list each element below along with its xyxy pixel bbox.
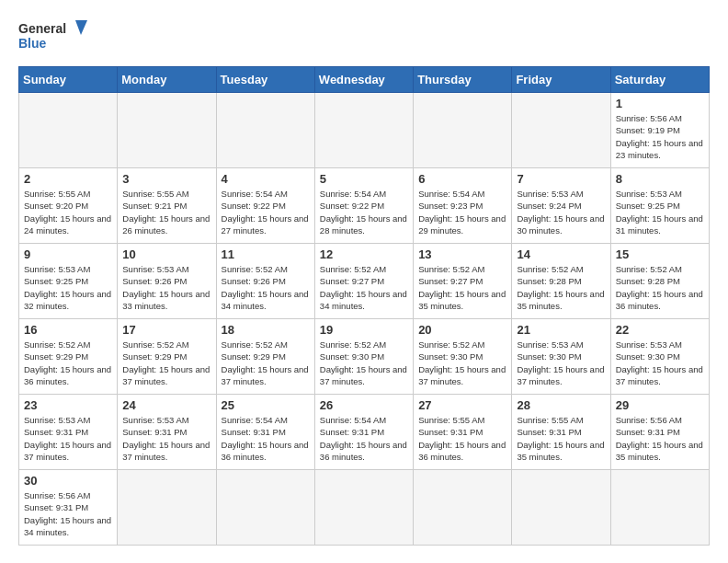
week-row-0: 1Sunrise: 5:56 AM Sunset: 9:19 PM Daylig… [19, 93, 710, 168]
logo: General Blue [18, 18, 92, 57]
day-info: Sunrise: 5:53 AM Sunset: 9:31 PM Dayligh… [122, 414, 210, 463]
day-number: 17 [122, 323, 210, 337]
day-number: 19 [320, 323, 408, 337]
day-number: 12 [320, 247, 408, 261]
calendar-cell: 24Sunrise: 5:53 AM Sunset: 9:31 PM Dayli… [118, 395, 216, 470]
day-number: 29 [616, 398, 704, 412]
day-info: Sunrise: 5:54 AM Sunset: 9:22 PM Dayligh… [222, 188, 310, 236]
calendar-cell [314, 470, 413, 546]
week-row-5: 30Sunrise: 5:56 AM Sunset: 9:31 PM Dayli… [19, 470, 710, 546]
calendar-header-monday: Monday [118, 67, 216, 93]
day-number: 18 [222, 323, 310, 337]
calendar-cell: 28Sunrise: 5:55 AM Sunset: 9:31 PM Dayli… [512, 395, 610, 470]
day-info: Sunrise: 5:52 AM Sunset: 9:27 PM Dayligh… [320, 263, 408, 312]
calendar-cell: 12Sunrise: 5:52 AM Sunset: 9:27 PM Dayli… [314, 244, 413, 319]
day-number: 2 [24, 172, 112, 186]
calendar-cell: 20Sunrise: 5:52 AM Sunset: 9:30 PM Dayli… [414, 319, 512, 395]
calendar-cell: 11Sunrise: 5:52 AM Sunset: 9:26 PM Dayli… [216, 244, 314, 319]
calendar-header-saturday: Saturday [610, 67, 709, 93]
day-number: 6 [418, 172, 506, 186]
week-row-2: 9Sunrise: 5:53 AM Sunset: 9:25 PM Daylig… [19, 244, 710, 319]
calendar-cell: 30Sunrise: 5:56 AM Sunset: 9:31 PM Dayli… [19, 470, 118, 546]
calendar-cell: 1Sunrise: 5:56 AM Sunset: 9:19 PM Daylig… [610, 93, 709, 168]
day-number: 30 [24, 474, 112, 488]
svg-text:General: General [18, 21, 66, 36]
day-number: 10 [122, 247, 210, 261]
calendar-cell: 22Sunrise: 5:53 AM Sunset: 9:30 PM Dayli… [610, 319, 709, 395]
calendar-header-friday: Friday [512, 67, 610, 93]
day-number: 5 [320, 172, 408, 186]
day-info: Sunrise: 5:55 AM Sunset: 9:31 PM Dayligh… [418, 414, 506, 463]
calendar-cell [414, 93, 512, 168]
calendar-cell [512, 93, 610, 168]
day-number: 1 [616, 97, 704, 110]
day-info: Sunrise: 5:56 AM Sunset: 9:31 PM Dayligh… [24, 489, 112, 538]
calendar-header-row: SundayMondayTuesdayWednesdayThursdayFrid… [19, 67, 710, 93]
day-info: Sunrise: 5:52 AM Sunset: 9:30 PM Dayligh… [320, 339, 408, 387]
day-info: Sunrise: 5:53 AM Sunset: 9:25 PM Dayligh… [616, 188, 704, 236]
calendar-cell: 2Sunrise: 5:55 AM Sunset: 9:20 PM Daylig… [19, 168, 118, 244]
day-info: Sunrise: 5:52 AM Sunset: 9:29 PM Dayligh… [222, 339, 310, 387]
day-info: Sunrise: 5:53 AM Sunset: 9:25 PM Dayligh… [24, 263, 112, 312]
day-info: Sunrise: 5:55 AM Sunset: 9:20 PM Dayligh… [24, 188, 112, 236]
day-info: Sunrise: 5:54 AM Sunset: 9:22 PM Dayligh… [320, 188, 408, 236]
day-number: 20 [418, 323, 506, 337]
page-header: General Blue [18, 18, 710, 57]
calendar-cell: 26Sunrise: 5:54 AM Sunset: 9:31 PM Dayli… [314, 395, 413, 470]
day-number: 23 [24, 398, 112, 412]
calendar-cell: 16Sunrise: 5:52 AM Sunset: 9:29 PM Dayli… [19, 319, 118, 395]
calendar-header-wednesday: Wednesday [314, 67, 413, 93]
calendar-cell [118, 470, 216, 546]
calendar-cell [19, 93, 118, 168]
calendar-cell: 9Sunrise: 5:53 AM Sunset: 9:25 PM Daylig… [19, 244, 118, 319]
calendar-cell: 5Sunrise: 5:54 AM Sunset: 9:22 PM Daylig… [314, 168, 413, 244]
week-row-4: 23Sunrise: 5:53 AM Sunset: 9:31 PM Dayli… [19, 395, 710, 470]
calendar-cell: 6Sunrise: 5:54 AM Sunset: 9:23 PM Daylig… [414, 168, 512, 244]
day-number: 15 [616, 247, 704, 261]
day-info: Sunrise: 5:53 AM Sunset: 9:24 PM Dayligh… [517, 188, 605, 236]
calendar-cell: 21Sunrise: 5:53 AM Sunset: 9:30 PM Dayli… [512, 319, 610, 395]
calendar-cell [610, 470, 709, 546]
week-row-3: 16Sunrise: 5:52 AM Sunset: 9:29 PM Dayli… [19, 319, 710, 395]
day-number: 26 [320, 398, 408, 412]
calendar-table: SundayMondayTuesdayWednesdayThursdayFrid… [18, 66, 710, 546]
day-info: Sunrise: 5:52 AM Sunset: 9:29 PM Dayligh… [24, 339, 112, 387]
day-number: 28 [517, 398, 605, 412]
logo-svg: General Blue [18, 18, 92, 57]
day-info: Sunrise: 5:52 AM Sunset: 9:28 PM Dayligh… [616, 263, 704, 312]
day-number: 25 [222, 398, 310, 412]
day-info: Sunrise: 5:53 AM Sunset: 9:30 PM Dayligh… [517, 339, 605, 387]
calendar-cell: 17Sunrise: 5:52 AM Sunset: 9:29 PM Dayli… [118, 319, 216, 395]
day-info: Sunrise: 5:52 AM Sunset: 9:27 PM Dayligh… [418, 263, 506, 312]
svg-marker-2 [75, 20, 87, 35]
day-info: Sunrise: 5:56 AM Sunset: 9:19 PM Dayligh… [616, 112, 704, 161]
day-number: 22 [616, 323, 704, 337]
calendar-cell [414, 470, 512, 546]
day-info: Sunrise: 5:53 AM Sunset: 9:26 PM Dayligh… [122, 263, 210, 312]
calendar-cell [314, 93, 413, 168]
calendar-cell: 23Sunrise: 5:53 AM Sunset: 9:31 PM Dayli… [19, 395, 118, 470]
calendar-cell: 14Sunrise: 5:52 AM Sunset: 9:28 PM Dayli… [512, 244, 610, 319]
svg-text:Blue: Blue [18, 36, 47, 51]
calendar-cell [216, 93, 314, 168]
calendar-cell: 7Sunrise: 5:53 AM Sunset: 9:24 PM Daylig… [512, 168, 610, 244]
day-number: 14 [517, 247, 605, 261]
day-info: Sunrise: 5:54 AM Sunset: 9:31 PM Dayligh… [222, 414, 310, 463]
day-info: Sunrise: 5:55 AM Sunset: 9:21 PM Dayligh… [122, 188, 210, 236]
calendar-cell: 18Sunrise: 5:52 AM Sunset: 9:29 PM Dayli… [216, 319, 314, 395]
calendar-cell: 19Sunrise: 5:52 AM Sunset: 9:30 PM Dayli… [314, 319, 413, 395]
day-info: Sunrise: 5:53 AM Sunset: 9:30 PM Dayligh… [616, 339, 704, 387]
day-info: Sunrise: 5:54 AM Sunset: 9:23 PM Dayligh… [418, 188, 506, 236]
day-number: 7 [517, 172, 605, 186]
day-number: 3 [122, 172, 210, 186]
day-number: 21 [517, 323, 605, 337]
day-number: 27 [418, 398, 506, 412]
day-info: Sunrise: 5:53 AM Sunset: 9:31 PM Dayligh… [24, 414, 112, 463]
day-info: Sunrise: 5:55 AM Sunset: 9:31 PM Dayligh… [517, 414, 605, 463]
calendar-cell: 10Sunrise: 5:53 AM Sunset: 9:26 PM Dayli… [118, 244, 216, 319]
day-number: 8 [616, 172, 704, 186]
calendar-cell [512, 470, 610, 546]
day-number: 16 [24, 323, 112, 337]
calendar-cell: 3Sunrise: 5:55 AM Sunset: 9:21 PM Daylig… [118, 168, 216, 244]
calendar-cell: 15Sunrise: 5:52 AM Sunset: 9:28 PM Dayli… [610, 244, 709, 319]
